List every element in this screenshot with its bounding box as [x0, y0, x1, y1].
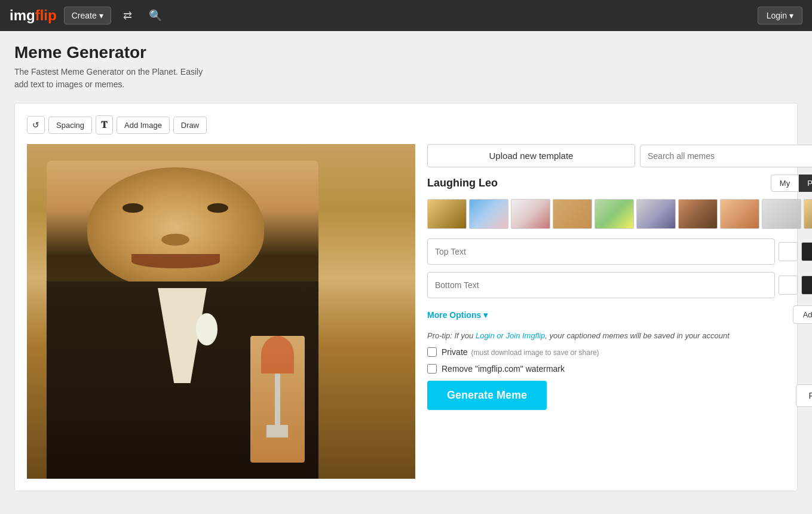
header-left: imgflip Create ▾ ⇄ 🔍	[10, 7, 167, 25]
template-buttons: Upload new template	[427, 144, 812, 167]
logo-flip-part: flip	[35, 7, 57, 23]
toolbar: ↺ Spacing 𝐓 Add Image Draw	[27, 115, 785, 134]
search-icon-button[interactable]: 🔍	[144, 7, 167, 25]
private-checkbox[interactable]	[427, 347, 437, 357]
thumb-4[interactable]	[553, 199, 592, 229]
create-button[interactable]: Create ▾	[64, 7, 111, 25]
bottom-text-color-white[interactable]	[779, 276, 798, 295]
editor-area: Upload new template Laughing Leo My Popu…	[27, 144, 785, 479]
thumb-6[interactable]	[636, 199, 676, 229]
tab-popular[interactable]: Popular	[799, 175, 812, 192]
thumb-5[interactable]	[595, 199, 634, 229]
logo-img-part: img	[10, 7, 35, 23]
login-button[interactable]: Login ▾	[758, 7, 802, 25]
logo[interactable]: imgflip	[10, 7, 57, 24]
draw-button[interactable]: Draw	[173, 117, 207, 134]
thumb-3[interactable]	[511, 199, 550, 229]
options-row: More Options ▾ Add Text	[427, 305, 812, 324]
pro-tip: Pro-tip: If you Login or Join Imgflip, y…	[427, 331, 812, 340]
bottom-text-row: ⚙	[427, 272, 812, 298]
reset-icon: ↺	[32, 120, 39, 130]
meme-image-container	[27, 144, 415, 479]
leo-face	[87, 167, 264, 288]
bottom-text-input[interactable]	[427, 272, 775, 298]
leo-hand	[250, 336, 305, 463]
page-content: Meme Generator The Fastest Meme Generato…	[0, 31, 812, 503]
controls-area: Upload new template Laughing Leo My Popu…	[427, 144, 812, 479]
thumb-1[interactable]	[427, 199, 467, 229]
leo-nose	[161, 234, 189, 246]
top-text-color-black[interactable]	[801, 242, 812, 261]
wine-glass-base	[266, 425, 288, 437]
meme-image	[27, 144, 415, 479]
wine-glass-stem	[275, 374, 280, 424]
spacing-button[interactable]: Spacing	[48, 117, 92, 134]
action-buttons: Generate Meme Reset	[427, 381, 812, 410]
header: imgflip Create ▾ ⇄ 🔍 Login ▾	[0, 0, 812, 31]
thumb-7[interactable]	[678, 199, 718, 229]
generate-meme-button[interactable]: Generate Meme	[427, 381, 547, 410]
reset-button[interactable]: Reset	[796, 384, 812, 407]
leo-flower	[196, 313, 217, 345]
template-name: Laughing Leo	[427, 177, 498, 189]
wine-glass-bowl	[261, 336, 294, 374]
thumb-10[interactable]	[804, 199, 812, 229]
font-button[interactable]: 𝐓	[96, 115, 113, 134]
top-text-color-white[interactable]	[779, 242, 798, 261]
more-options-button[interactable]: More Options ▾	[427, 310, 488, 320]
watermark-checkbox[interactable]	[427, 364, 437, 374]
thumbnails-row	[427, 199, 812, 231]
page-title: Meme Generator	[14, 43, 798, 62]
login-join-link[interactable]: Login or Join Imgflip	[476, 331, 545, 340]
leo-body	[47, 161, 318, 479]
tab-my[interactable]: My	[771, 175, 799, 192]
more-options-arrow-icon: ▾	[483, 310, 488, 320]
header-right: Login ▾	[758, 7, 802, 25]
logo-text: imgflip	[10, 7, 57, 24]
add-image-button[interactable]: Add Image	[117, 117, 170, 134]
watermark-checkbox-row: Remove "imgflip.com" watermark	[427, 364, 812, 374]
thumb-9[interactable]	[762, 199, 801, 229]
meme-preview	[27, 144, 415, 479]
thumb-8[interactable]	[720, 199, 759, 229]
template-tabs: Laughing Leo My Popular	[427, 175, 812, 192]
reset-toolbar-button[interactable]: ↺	[27, 116, 45, 134]
upload-template-button[interactable]: Upload new template	[427, 144, 635, 167]
tab-buttons: My Popular	[771, 175, 812, 192]
shuffle-icon-button[interactable]: ⇄	[118, 7, 137, 25]
page-subtitle: The Fastest Meme Generator on the Planet…	[14, 66, 798, 91]
font-icon: 𝐓	[101, 120, 108, 130]
private-checkbox-row: Private (must download image to save or …	[427, 347, 812, 357]
leo-eye-left	[122, 203, 143, 213]
private-label[interactable]: Private (must download image to save or …	[442, 347, 599, 357]
top-text-input[interactable]	[427, 238, 775, 265]
thumb-2[interactable]	[469, 199, 508, 229]
bottom-text-color-black[interactable]	[801, 276, 812, 295]
main-card: ↺ Spacing 𝐓 Add Image Draw	[14, 103, 798, 491]
watermark-label[interactable]: Remove "imgflip.com" watermark	[442, 364, 565, 374]
search-memes-input[interactable]	[640, 145, 812, 167]
top-text-row: ⚙	[427, 238, 812, 265]
add-text-button[interactable]: Add Text	[793, 305, 812, 324]
leo-mouth	[131, 254, 220, 268]
leo-eye-right	[207, 203, 228, 213]
